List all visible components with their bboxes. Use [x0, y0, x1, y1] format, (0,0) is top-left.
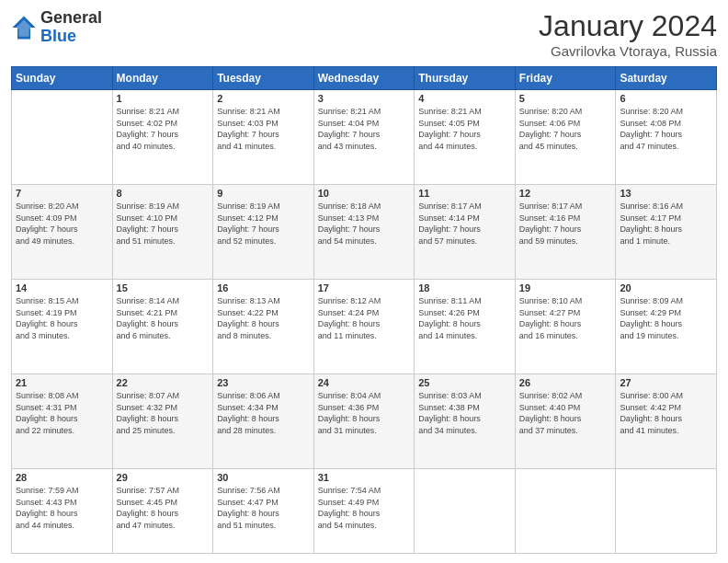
day-number: 30 [217, 472, 310, 483]
day-info: Sunrise: 8:04 AM Sunset: 4:36 PM Dayligh… [318, 390, 411, 436]
table-row: 30Sunrise: 7:56 AM Sunset: 4:47 PM Dayli… [213, 469, 314, 554]
title-block: January 2024 Gavrilovka Vtoraya, Russia [539, 9, 717, 59]
day-number: 17 [318, 282, 411, 293]
month-title: January 2024 [539, 9, 717, 43]
day-info: Sunrise: 8:06 AM Sunset: 4:34 PM Dayligh… [217, 390, 310, 436]
table-row: 5Sunrise: 8:20 AM Sunset: 4:06 PM Daylig… [515, 90, 616, 185]
table-row [415, 469, 516, 554]
table-row: 13Sunrise: 8:16 AM Sunset: 4:17 PM Dayli… [616, 185, 717, 280]
logo-text: General Blue [40, 9, 102, 46]
day-info: Sunrise: 8:08 AM Sunset: 4:31 PM Dayligh… [16, 390, 108, 436]
calendar-table: Sunday Monday Tuesday Wednesday Thursday… [11, 66, 717, 554]
day-info: Sunrise: 8:16 AM Sunset: 4:17 PM Dayligh… [620, 201, 712, 247]
table-row: 27Sunrise: 8:00 AM Sunset: 4:42 PM Dayli… [616, 374, 717, 469]
table-row: 29Sunrise: 7:57 AM Sunset: 4:45 PM Dayli… [112, 469, 213, 554]
day-info: Sunrise: 8:20 AM Sunset: 4:06 PM Dayligh… [519, 106, 612, 152]
col-friday: Friday [515, 67, 616, 90]
day-info: Sunrise: 8:12 AM Sunset: 4:24 PM Dayligh… [318, 295, 411, 341]
day-info: Sunrise: 8:11 AM Sunset: 4:26 PM Dayligh… [418, 295, 511, 341]
day-number: 7 [16, 188, 108, 199]
table-row: 14Sunrise: 8:15 AM Sunset: 4:19 PM Dayli… [12, 280, 113, 374]
day-info: Sunrise: 8:21 AM Sunset: 4:04 PM Dayligh… [318, 106, 411, 152]
logo-blue: Blue [40, 28, 102, 46]
table-row: 15Sunrise: 8:14 AM Sunset: 4:21 PM Dayli… [112, 280, 213, 374]
day-info: Sunrise: 8:17 AM Sunset: 4:16 PM Dayligh… [519, 201, 612, 247]
table-row: 7Sunrise: 8:20 AM Sunset: 4:09 PM Daylig… [12, 185, 113, 280]
table-row: 9Sunrise: 8:19 AM Sunset: 4:12 PM Daylig… [213, 185, 314, 280]
day-info: Sunrise: 7:56 AM Sunset: 4:47 PM Dayligh… [217, 485, 310, 531]
col-sunday: Sunday [12, 67, 113, 90]
table-row: 11Sunrise: 8:17 AM Sunset: 4:14 PM Dayli… [415, 185, 516, 280]
day-info: Sunrise: 8:17 AM Sunset: 4:14 PM Dayligh… [418, 201, 511, 247]
table-row: 20Sunrise: 8:09 AM Sunset: 4:29 PM Dayli… [616, 280, 717, 374]
table-row: 19Sunrise: 8:10 AM Sunset: 4:27 PM Dayli… [515, 280, 616, 374]
day-number: 3 [318, 93, 411, 104]
table-row: 24Sunrise: 8:04 AM Sunset: 4:36 PM Dayli… [313, 374, 415, 469]
calendar-header-row: Sunday Monday Tuesday Wednesday Thursday… [12, 67, 717, 90]
logo-icon [11, 15, 37, 40]
table-row: 25Sunrise: 8:03 AM Sunset: 4:38 PM Dayli… [415, 374, 516, 469]
day-number: 21 [16, 377, 108, 388]
day-info: Sunrise: 8:13 AM Sunset: 4:22 PM Dayligh… [217, 295, 310, 341]
table-row: 17Sunrise: 8:12 AM Sunset: 4:24 PM Dayli… [313, 280, 415, 374]
day-info: Sunrise: 8:21 AM Sunset: 4:02 PM Dayligh… [117, 106, 210, 152]
day-info: Sunrise: 8:03 AM Sunset: 4:38 PM Dayligh… [418, 390, 511, 436]
day-number: 9 [217, 188, 310, 199]
day-number: 26 [519, 377, 612, 388]
day-number: 15 [117, 282, 210, 293]
location-title: Gavrilovka Vtoraya, Russia [539, 43, 717, 59]
table-row: 28Sunrise: 7:59 AM Sunset: 4:43 PM Dayli… [12, 469, 113, 554]
day-info: Sunrise: 7:54 AM Sunset: 4:49 PM Dayligh… [318, 485, 411, 531]
day-info: Sunrise: 8:21 AM Sunset: 4:03 PM Dayligh… [217, 106, 310, 152]
table-row: 2Sunrise: 8:21 AM Sunset: 4:03 PM Daylig… [213, 90, 314, 185]
day-info: Sunrise: 8:21 AM Sunset: 4:05 PM Dayligh… [418, 106, 511, 152]
table-row [616, 469, 717, 554]
logo-general: General [40, 9, 102, 28]
day-info: Sunrise: 8:20 AM Sunset: 4:09 PM Dayligh… [16, 201, 108, 247]
day-info: Sunrise: 8:19 AM Sunset: 4:10 PM Dayligh… [117, 201, 210, 247]
day-info: Sunrise: 8:00 AM Sunset: 4:42 PM Dayligh… [620, 390, 712, 436]
logo: General Blue [11, 9, 102, 46]
col-tuesday: Tuesday [213, 67, 314, 90]
day-number: 14 [16, 282, 108, 293]
header: General Blue January 2024 Gavrilovka Vto… [11, 9, 717, 59]
day-info: Sunrise: 8:14 AM Sunset: 4:21 PM Dayligh… [117, 295, 210, 341]
table-row [12, 90, 113, 185]
day-info: Sunrise: 8:09 AM Sunset: 4:29 PM Dayligh… [620, 295, 712, 341]
table-row: 4Sunrise: 8:21 AM Sunset: 4:05 PM Daylig… [415, 90, 516, 185]
page: General Blue January 2024 Gavrilovka Vto… [0, 0, 728, 563]
day-number: 12 [519, 188, 612, 199]
table-row [515, 469, 616, 554]
col-monday: Monday [112, 67, 213, 90]
day-info: Sunrise: 8:19 AM Sunset: 4:12 PM Dayligh… [217, 201, 310, 247]
table-row: 21Sunrise: 8:08 AM Sunset: 4:31 PM Dayli… [12, 374, 113, 469]
day-number: 27 [620, 377, 712, 388]
table-row: 22Sunrise: 8:07 AM Sunset: 4:32 PM Dayli… [112, 374, 213, 469]
day-number: 24 [318, 377, 411, 388]
day-info: Sunrise: 7:59 AM Sunset: 4:43 PM Dayligh… [16, 485, 108, 531]
table-row: 1Sunrise: 8:21 AM Sunset: 4:02 PM Daylig… [112, 90, 213, 185]
day-info: Sunrise: 7:57 AM Sunset: 4:45 PM Dayligh… [117, 485, 210, 531]
day-info: Sunrise: 8:18 AM Sunset: 4:13 PM Dayligh… [318, 201, 411, 247]
table-row: 6Sunrise: 8:20 AM Sunset: 4:08 PM Daylig… [616, 90, 717, 185]
day-number: 16 [217, 282, 310, 293]
day-number: 1 [117, 93, 210, 104]
table-row: 18Sunrise: 8:11 AM Sunset: 4:26 PM Dayli… [415, 280, 516, 374]
day-info: Sunrise: 8:20 AM Sunset: 4:08 PM Dayligh… [620, 106, 712, 152]
table-row: 31Sunrise: 7:54 AM Sunset: 4:49 PM Dayli… [313, 469, 415, 554]
day-number: 22 [117, 377, 210, 388]
day-number: 31 [318, 472, 411, 483]
table-row: 8Sunrise: 8:19 AM Sunset: 4:10 PM Daylig… [112, 185, 213, 280]
table-row: 23Sunrise: 8:06 AM Sunset: 4:34 PM Dayli… [213, 374, 314, 469]
day-number: 8 [117, 188, 210, 199]
col-wednesday: Wednesday [313, 67, 415, 90]
day-number: 4 [418, 93, 511, 104]
day-number: 5 [519, 93, 612, 104]
day-info: Sunrise: 8:07 AM Sunset: 4:32 PM Dayligh… [117, 390, 210, 436]
day-info: Sunrise: 8:02 AM Sunset: 4:40 PM Dayligh… [519, 390, 612, 436]
table-row: 12Sunrise: 8:17 AM Sunset: 4:16 PM Dayli… [515, 185, 616, 280]
table-row: 3Sunrise: 8:21 AM Sunset: 4:04 PM Daylig… [313, 90, 415, 185]
day-number: 28 [16, 472, 108, 483]
table-row: 10Sunrise: 8:18 AM Sunset: 4:13 PM Dayli… [313, 185, 415, 280]
day-number: 29 [117, 472, 210, 483]
